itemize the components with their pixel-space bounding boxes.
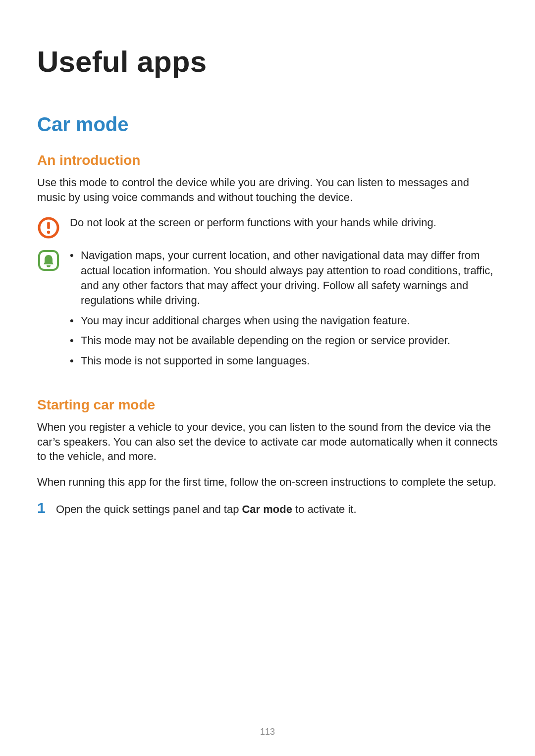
list-item: This mode may not be available depending…	[70, 333, 498, 348]
starting-paragraph-2: When running this app for the first time…	[37, 475, 498, 490]
warning-text: Do not look at the screen or perform fun…	[70, 215, 498, 230]
section-title: Car mode	[37, 113, 498, 136]
warning-icon	[37, 216, 60, 239]
warning-note: Do not look at the screen or perform fun…	[37, 215, 498, 239]
step-number: 1	[37, 501, 48, 515]
svg-rect-1	[47, 222, 50, 229]
info-bullet-list: Navigation maps, your current location, …	[70, 248, 498, 368]
step-text-pre: Open the quick settings panel and tap	[56, 503, 242, 515]
subsection-intro-heading: An introduction	[37, 152, 498, 168]
step-text-bold: Car mode	[242, 503, 292, 515]
step-text-post: to activate it.	[292, 503, 357, 515]
intro-paragraph: Use this mode to control the device whil…	[37, 175, 498, 204]
starting-paragraph-1: When you register a vehicle to your devi…	[37, 420, 498, 464]
chapter-title: Useful apps	[37, 45, 498, 79]
step-text: Open the quick settings panel and tap Ca…	[56, 502, 357, 517]
info-note: Navigation maps, your current location, …	[37, 248, 498, 373]
list-item: Navigation maps, your current location, …	[70, 248, 498, 308]
info-bell-icon	[37, 249, 60, 272]
document-page: Useful apps Car mode An introduction Use…	[0, 0, 535, 756]
numbered-step: 1 Open the quick settings panel and tap …	[37, 501, 498, 517]
svg-point-2	[47, 231, 50, 234]
subsection-starting-heading: Starting car mode	[37, 397, 498, 413]
list-item: This mode is not supported in some langu…	[70, 353, 498, 368]
list-item: You may incur additional charges when us…	[70, 313, 498, 328]
page-number: 113	[0, 727, 535, 737]
